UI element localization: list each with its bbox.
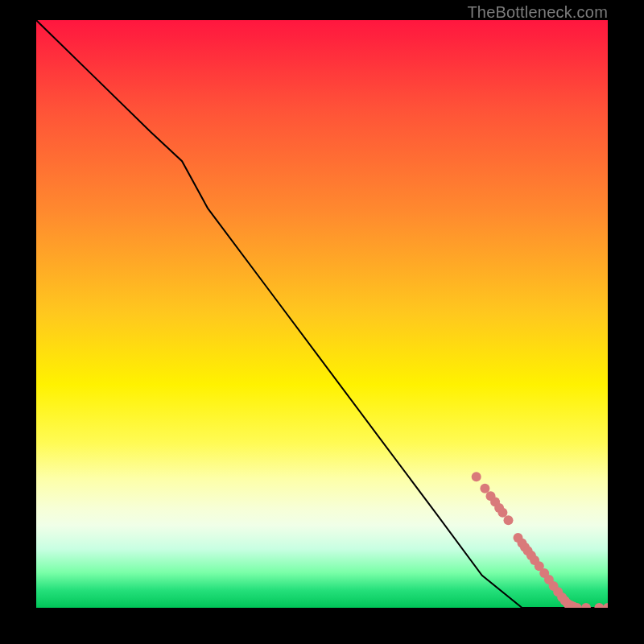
data-point bbox=[497, 508, 507, 518]
data-point bbox=[581, 603, 591, 608]
plot-area bbox=[36, 20, 608, 608]
chart-overlay bbox=[36, 20, 608, 608]
data-point bbox=[603, 603, 608, 608]
bottleneck-curve bbox=[36, 20, 608, 608]
chart-container: TheBottleneck.com bbox=[0, 0, 644, 644]
data-point bbox=[472, 472, 481, 481]
data-point bbox=[504, 515, 514, 525]
data-points bbox=[472, 472, 608, 608]
data-point bbox=[594, 603, 604, 608]
data-point bbox=[480, 484, 489, 493]
attribution-label: TheBottleneck.com bbox=[467, 3, 608, 22]
